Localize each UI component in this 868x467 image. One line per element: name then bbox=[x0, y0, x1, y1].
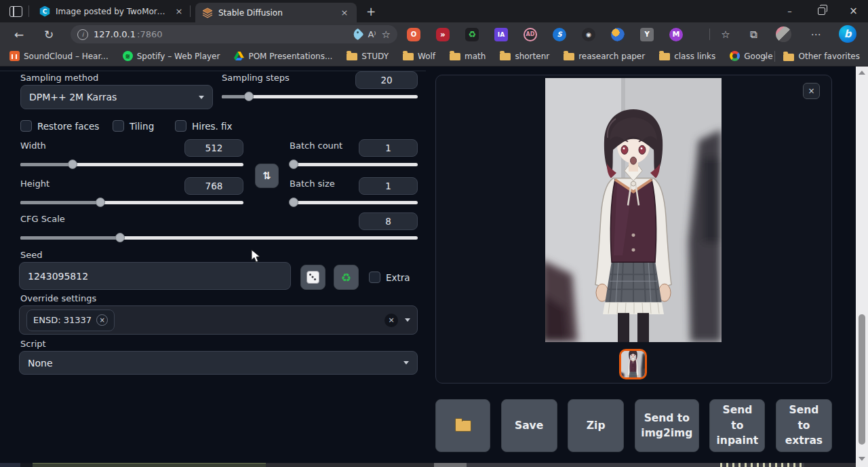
slider-knob[interactable] bbox=[96, 198, 105, 207]
read-aloud-icon[interactable]: A⁾ bbox=[368, 29, 376, 39]
scroll-up-icon[interactable] bbox=[859, 71, 865, 75]
bookmark-folder-class-links[interactable]: class links bbox=[659, 52, 715, 61]
extension-playback-icon[interactable]: » bbox=[436, 28, 450, 41]
restore-button[interactable] bbox=[806, 0, 837, 22]
strip-segment bbox=[0, 463, 20, 467]
site-info-icon[interactable]: i bbox=[77, 29, 88, 40]
tab-image-posted[interactable]: C Image posted by TwoMoreTimes × bbox=[33, 0, 191, 22]
bookmark-spotify[interactable]: ≋ Spotify – Web Player bbox=[123, 51, 220, 61]
close-tab-icon[interactable]: × bbox=[339, 7, 350, 18]
tab-stable-diffusion[interactable]: Stable Diffusion × bbox=[195, 3, 357, 22]
settings-menu-icon[interactable]: ⋯ bbox=[806, 22, 826, 46]
extension-ia-icon[interactable]: IA bbox=[494, 28, 508, 41]
profile-avatar[interactable] bbox=[776, 26, 791, 42]
divider bbox=[774, 51, 775, 62]
height-slider[interactable] bbox=[20, 198, 243, 207]
override-token-chip[interactable]: ENSD: 31337 × bbox=[26, 310, 115, 331]
close-gallery-button[interactable]: × bbox=[803, 83, 820, 99]
batch-size-slider[interactable] bbox=[290, 198, 418, 207]
scrollbar-thumb[interactable] bbox=[859, 314, 865, 445]
other-favorites[interactable]: Other favorites bbox=[783, 52, 860, 61]
sampling-steps-label: Sampling steps bbox=[222, 73, 290, 83]
reuse-seed-button[interactable]: ♻ bbox=[334, 265, 359, 290]
sampling-method-dropdown[interactable]: DPM++ 2M Karras bbox=[20, 85, 213, 109]
mouse-cursor bbox=[251, 249, 260, 263]
hires-fix-checkbox[interactable] bbox=[175, 120, 186, 132]
width-input[interactable]: 512 bbox=[184, 139, 243, 157]
bookmark-soundcloud[interactable]: SoundCloud – Hear... bbox=[9, 51, 108, 61]
send-to-img2img-button[interactable]: Send to img2img bbox=[635, 399, 699, 452]
save-button[interactable]: Save bbox=[501, 399, 557, 452]
tiling-option[interactable]: Tiling bbox=[113, 120, 154, 132]
bookmark-folder-shortenr[interactable]: shortenr bbox=[500, 52, 549, 61]
scroll-down-icon[interactable] bbox=[859, 457, 865, 461]
extension-globe-icon[interactable] bbox=[611, 28, 625, 41]
generated-image[interactable] bbox=[545, 78, 722, 342]
extension-pin-icon[interactable]: ◉ bbox=[582, 28, 595, 41]
bookmark-folder-math[interactable]: math bbox=[450, 52, 486, 61]
send-to-inpaint-button[interactable]: Send to inpaint bbox=[709, 399, 765, 452]
slider-knob[interactable] bbox=[115, 233, 125, 242]
extension-o-icon[interactable]: O bbox=[407, 28, 420, 41]
refresh-button[interactable]: ↻ bbox=[38, 22, 60, 46]
new-tab-button[interactable]: + bbox=[363, 4, 378, 19]
restore-faces-checkbox[interactable] bbox=[20, 120, 32, 132]
seed-input[interactable]: 1243095812 bbox=[19, 262, 291, 290]
minimize-button[interactable]: – bbox=[774, 0, 805, 22]
other-favorites-label: Other favorites bbox=[798, 52, 860, 61]
override-settings-dropdown[interactable]: ENSD: 31337 × × bbox=[19, 305, 418, 335]
vertical-scrollbar[interactable] bbox=[856, 67, 868, 467]
cfg-scale-slider[interactable] bbox=[20, 233, 418, 242]
slider-knob[interactable] bbox=[289, 160, 298, 169]
extension-s-icon[interactable]: S bbox=[553, 28, 566, 41]
batch-count-slider[interactable] bbox=[290, 160, 418, 169]
cfg-scale-input[interactable]: 8 bbox=[359, 212, 418, 230]
extension-trash-icon[interactable]: ♻ bbox=[465, 28, 479, 41]
extra-seed-option[interactable]: Extra bbox=[369, 272, 410, 283]
extension-y-icon[interactable]: Y bbox=[640, 28, 654, 41]
bing-chat-icon[interactable]: b bbox=[839, 25, 856, 43]
random-seed-button[interactable] bbox=[300, 265, 326, 290]
script-dropdown[interactable]: None bbox=[19, 351, 418, 375]
cfg-scale-label: CFG Scale bbox=[20, 214, 65, 224]
restore-faces-option[interactable]: Restore faces bbox=[20, 120, 99, 132]
sampling-steps-input[interactable]: 20 bbox=[355, 71, 418, 89]
swap-width-height-button[interactable]: ⇅ bbox=[255, 164, 279, 188]
back-button[interactable]: ← bbox=[8, 22, 30, 46]
batch-size-input[interactable]: 1 bbox=[359, 177, 418, 195]
remove-token-icon[interactable]: × bbox=[96, 314, 108, 326]
open-folder-button[interactable] bbox=[435, 399, 490, 452]
extension-adblock-icon[interactable]: AD bbox=[524, 28, 537, 41]
width-slider[interactable] bbox=[20, 160, 243, 169]
extra-label: Extra bbox=[386, 272, 410, 283]
close-tab-icon[interactable]: × bbox=[174, 6, 184, 16]
sampling-steps-slider[interactable] bbox=[222, 92, 418, 101]
address-bar[interactable]: i 127.0.0.1:7860 A⁾ ☆ bbox=[71, 25, 397, 43]
extra-checkbox[interactable] bbox=[369, 272, 380, 283]
horizontal-scrollbar-thumb[interactable] bbox=[33, 463, 266, 467]
bookmark-folder-reasearch-paper[interactable]: reasearch paper bbox=[564, 52, 645, 61]
extension-m-icon[interactable]: M bbox=[669, 28, 683, 41]
slider-knob[interactable] bbox=[289, 198, 298, 207]
tiling-checkbox[interactable] bbox=[113, 120, 124, 132]
slider-knob[interactable] bbox=[68, 160, 77, 169]
workspaces-icon[interactable] bbox=[9, 6, 22, 17]
gallery-thumbnail-selected[interactable] bbox=[619, 349, 647, 379]
stable-diffusion-favicon bbox=[202, 7, 213, 18]
slider-knob[interactable] bbox=[244, 92, 254, 101]
zip-button[interactable]: Zip bbox=[568, 399, 624, 452]
bookmark-folder-study[interactable]: STUDY bbox=[347, 52, 389, 61]
close-window-button[interactable]: × bbox=[838, 0, 868, 22]
bookmark-pom-presentations[interactable]: POM Presentations... bbox=[234, 52, 332, 61]
add-favorite-icon[interactable]: ☆ bbox=[382, 29, 391, 41]
send-to-extras-button[interactable]: Send to extras bbox=[776, 399, 832, 452]
bookmarks-overflow-icon[interactable]: › bbox=[763, 52, 766, 62]
height-input[interactable]: 768 bbox=[184, 177, 243, 195]
batch-count-input[interactable]: 1 bbox=[359, 139, 418, 157]
favorites-list-icon[interactable]: ☆ bbox=[715, 22, 736, 46]
hires-fix-option[interactable]: Hires. fix bbox=[175, 120, 233, 132]
bookmark-folder-wolf[interactable]: Wolf bbox=[403, 52, 435, 61]
price-tag-icon[interactable] bbox=[352, 28, 364, 40]
clear-all-icon[interactable]: × bbox=[384, 314, 398, 327]
collections-icon[interactable]: ⧉ bbox=[743, 22, 764, 46]
